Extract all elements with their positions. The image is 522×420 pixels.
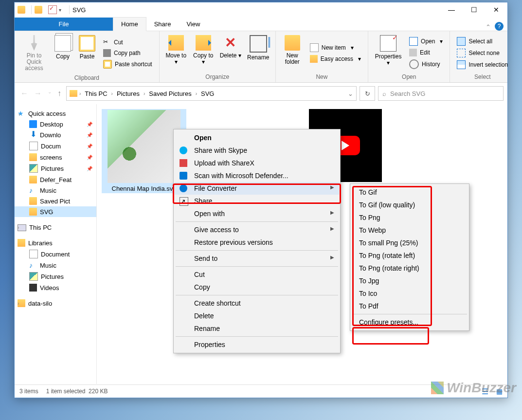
ctx-send-to[interactable]: Send to▶ xyxy=(175,252,339,265)
ctx-restore-versions[interactable]: Restore previous versions xyxy=(175,236,339,249)
properties-button[interactable]: Properties ▾ xyxy=(372,33,404,73)
edit-button[interactable]: Edit xyxy=(406,48,446,57)
sub-to-png-rotright[interactable]: To Png (rotate right) xyxy=(351,262,468,274)
group-select: Select all Select none Invert selection … xyxy=(450,31,515,82)
sidebar-item[interactable]: ›data-silo xyxy=(15,298,96,309)
status-selected: 1 item selected 220 KB xyxy=(46,388,108,395)
ctx-share-skype[interactable]: Share with Skype xyxy=(175,144,339,157)
sidebar-lib-pictures[interactable]: Pictures xyxy=(15,271,96,282)
ctx-share[interactable]: ↗Share xyxy=(175,195,339,207)
sidebar-item-music[interactable]: ♪Music xyxy=(15,185,96,196)
ctx-copy[interactable]: Copy xyxy=(175,281,339,293)
invert-selection-button[interactable]: Invert selection xyxy=(454,59,511,70)
breadcrumb-segment[interactable]: SVG xyxy=(199,90,216,97)
maximize-button[interactable]: ☐ xyxy=(463,2,485,17)
ctx-open-with[interactable]: Open with▶ xyxy=(175,207,339,220)
window-title: SVG xyxy=(72,6,440,14)
search-icon: ⌕ xyxy=(382,90,386,97)
chevron-right-icon: ▶ xyxy=(330,210,334,215)
sidebar-item-pictures[interactable]: Pictures📌 xyxy=(15,163,96,174)
skype-icon xyxy=(180,146,187,154)
ctx-open[interactable]: Open xyxy=(175,131,339,144)
delete-button[interactable]: ✕Delete ▾ xyxy=(218,33,243,73)
refresh-button[interactable]: ↻ xyxy=(360,86,375,101)
qat-dropdown-icon[interactable]: ▾ xyxy=(59,7,61,13)
select-all-button[interactable]: Select all xyxy=(454,36,511,47)
ribbon-tabs: File Home Share View ⌃ ? xyxy=(15,17,507,31)
nav-up-button[interactable]: ↑ xyxy=(57,89,61,98)
rename-button[interactable]: Rename xyxy=(245,33,271,73)
sub-to-png[interactable]: To Png xyxy=(351,211,468,224)
ctx-give-access[interactable]: Give access to▶ xyxy=(175,223,339,236)
defender-icon xyxy=(180,172,187,180)
chevron-right-icon: ▶ xyxy=(330,226,334,231)
sidebar-item-downloads[interactable]: ⬇Downlo📌 xyxy=(15,129,96,140)
collapse-ribbon-icon[interactable]: ⌃ xyxy=(486,23,491,31)
ctx-properties[interactable]: Properties xyxy=(175,338,339,351)
breadcrumb-segment[interactable]: This PC xyxy=(83,90,109,97)
sidebar-quick-access[interactable]: ⌄★Quick access xyxy=(15,108,96,119)
breadcrumb-segment[interactable]: Pictures xyxy=(115,90,142,97)
window-controls: — ☐ ✕ xyxy=(440,2,507,17)
close-button[interactable]: ✕ xyxy=(485,2,507,17)
chevron-right-icon: ▶ xyxy=(330,184,334,190)
ctx-file-converter[interactable]: File Converter▶ xyxy=(175,182,339,195)
sub-configure-presets[interactable]: Configure presets... xyxy=(351,316,468,329)
minimize-button[interactable]: — xyxy=(440,2,463,17)
nav-recent-button[interactable]: ⌄ xyxy=(48,89,52,98)
new-folder-button[interactable]: New folder xyxy=(280,33,305,73)
ctx-cut[interactable]: Cut xyxy=(175,268,339,281)
sidebar-item-documents[interactable]: Docum📌 xyxy=(15,140,96,152)
sidebar-item-screens[interactable]: screens📌 xyxy=(15,152,96,163)
select-none-button[interactable]: Select none xyxy=(454,48,511,58)
sub-to-ico[interactable]: To Ico xyxy=(351,287,468,300)
sidebar-item[interactable]: Saved Pict xyxy=(15,196,96,206)
open-button[interactable]: Open ▾ xyxy=(406,36,446,47)
ctx-rename[interactable]: Rename xyxy=(175,322,339,335)
ctx-upload-sharex[interactable]: Upload with ShareX xyxy=(175,157,339,169)
tab-file[interactable]: File xyxy=(15,18,113,31)
sidebar-lib-videos[interactable]: Videos xyxy=(15,282,96,293)
paste-button[interactable]: Paste xyxy=(76,33,98,73)
cut-button[interactable]: ✂Cut xyxy=(100,37,155,47)
breadcrumb-segment[interactable]: Saved Pictures xyxy=(147,90,193,97)
pin-icon: 📌 xyxy=(87,155,92,160)
paste-shortcut-button[interactable]: Paste shortcut xyxy=(100,59,155,70)
sub-to-gif-lq[interactable]: To Gif (low quality) xyxy=(351,199,468,211)
nav-forward-button[interactable]: → xyxy=(34,89,42,98)
tab-home[interactable]: Home xyxy=(113,17,146,31)
sub-to-webp[interactable]: To Webp xyxy=(351,224,468,237)
sidebar-this-pc[interactable]: ›This PC xyxy=(15,222,96,233)
move-to-button[interactable]: Move to ▾ xyxy=(163,33,189,73)
search-box[interactable]: ⌕ Search SVG xyxy=(378,86,504,101)
folder-icon xyxy=(18,6,25,14)
tab-view[interactable]: View xyxy=(179,18,208,31)
sub-to-small-png[interactable]: To small Png (25%) xyxy=(351,237,468,249)
tab-share[interactable]: Share xyxy=(146,18,179,31)
ctx-scan-defender[interactable]: Scan with Microsoft Defender... xyxy=(175,169,339,182)
history-button[interactable]: History xyxy=(406,58,446,70)
sub-to-png-rotleft[interactable]: To Png (rotate left) xyxy=(351,249,468,262)
breadcrumb-dropdown[interactable]: ⌄ xyxy=(348,90,353,97)
sub-to-gif[interactable]: To Gif xyxy=(351,186,468,199)
help-button[interactable]: ? xyxy=(495,22,504,31)
copy-to-button[interactable]: Copy to ▾ xyxy=(191,33,216,73)
sidebar-libraries[interactable]: ⌄Libraries xyxy=(15,237,96,248)
new-item-button[interactable]: New item ▾ xyxy=(307,42,364,53)
sidebar-item-desktop[interactable]: Desktop📌 xyxy=(15,119,96,129)
copy-button[interactable]: Copy xyxy=(52,33,74,73)
sidebar-lib-documents[interactable]: Document xyxy=(15,248,96,260)
easy-access-button[interactable]: Easy access ▾ xyxy=(307,54,364,64)
ctx-delete[interactable]: Delete xyxy=(175,310,339,322)
sidebar-item[interactable]: Defer_Feat xyxy=(15,174,96,185)
qat-checkbox-icon[interactable] xyxy=(48,5,57,14)
sidebar-item-svg[interactable]: SVG xyxy=(15,206,96,217)
pin-to-quick-access-button[interactable]: Pin to Quick access xyxy=(18,33,50,73)
sub-to-pdf[interactable]: To Pdf xyxy=(351,300,468,312)
ctx-create-shortcut[interactable]: Create shortcut xyxy=(175,297,339,310)
sidebar-lib-music[interactable]: ♪Music xyxy=(15,260,96,271)
nav-back-button[interactable]: ← xyxy=(20,89,28,98)
sub-to-jpg[interactable]: To Jpg xyxy=(351,274,468,287)
breadcrumb[interactable]: › This PC› Pictures› Saved Pictures› SVG… xyxy=(66,86,357,101)
copy-path-button[interactable]: Copy path xyxy=(100,48,155,58)
